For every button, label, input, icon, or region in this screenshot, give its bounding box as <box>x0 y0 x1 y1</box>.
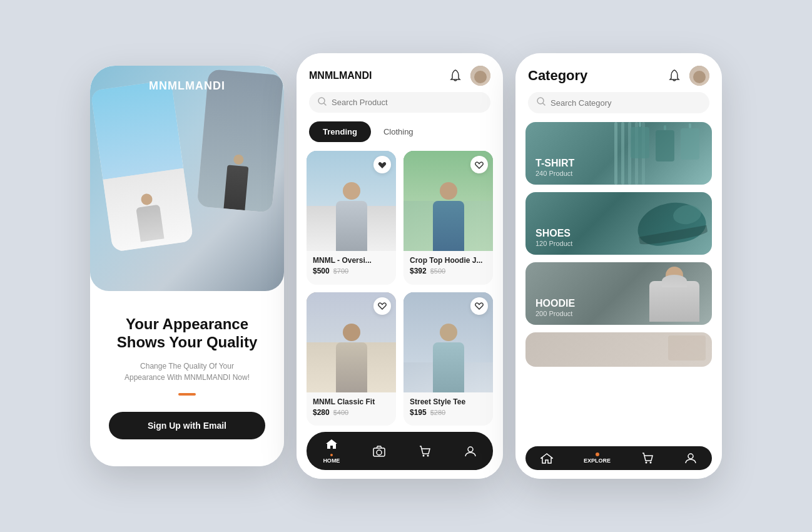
screen1-hero-image: MNMLMANDI <box>90 66 284 291</box>
product2-wishlist-button[interactable] <box>470 156 488 173</box>
product4-info: Street Style Tee $195 $280 <box>403 392 493 423</box>
screen3-user-avatar[interactable] <box>689 66 709 86</box>
inner-phone-left <box>91 79 194 252</box>
screen1-layout: MNMLMANDI <box>90 66 284 466</box>
product1-person <box>336 182 367 251</box>
screen1-indicator-dot <box>178 393 196 396</box>
screen3-cart-icon <box>641 453 654 464</box>
screen3-header-icons <box>666 66 709 86</box>
screen3-nav-home[interactable] <box>540 453 553 464</box>
category-shoes-name: SHOES <box>535 228 572 239</box>
screen1-subtext: Change The Quality Of Your Appearance Wi… <box>124 361 250 383</box>
product1-price-row: $500 $700 <box>313 267 390 275</box>
products-grid: MNML - Oversi... $500 $700 <box>297 151 503 426</box>
screen2-search-bar[interactable] <box>309 92 490 113</box>
screen3-search-icon <box>537 97 546 108</box>
screen3-header: Category <box>515 53 722 92</box>
product3-price: $280 <box>313 408 330 417</box>
categories-list: T-SHIRT 240 Product SHOES <box>515 122 722 441</box>
svg-point-9 <box>645 462 647 464</box>
screen2-tabs: Trending Clothing <box>297 121 503 142</box>
signup-button[interactable]: Sign Up with Email <box>109 412 265 439</box>
screen2-brand: MNMLMANDI <box>309 70 372 81</box>
bell-icon[interactable] <box>447 67 464 84</box>
tab-trending[interactable]: Trending <box>309 121 371 142</box>
nav-home-label: HOME <box>323 458 340 464</box>
product3-info: MNML Classic Fit $280 $400 <box>307 392 396 423</box>
category-card-partial[interactable] <box>525 332 712 367</box>
home-icon <box>325 438 338 456</box>
screen2-search-icon <box>318 97 327 108</box>
profile-icon <box>464 446 477 457</box>
screen3-search-bar[interactable] <box>528 92 709 113</box>
svg-point-4 <box>422 454 424 456</box>
product2-person <box>433 182 464 251</box>
category-tshirt-label: T-SHIRT 240 Product <box>535 158 574 177</box>
product2-price-row: $392 $500 <box>410 267 487 275</box>
screen3-nav-cart[interactable] <box>641 453 654 464</box>
product-card-1[interactable]: MNML - Oversi... $500 $700 <box>307 151 396 285</box>
product4-old-price: $280 <box>430 409 445 416</box>
product-image-4 <box>403 292 493 392</box>
product3-wishlist-button[interactable] <box>373 297 391 315</box>
svg-line-8 <box>543 103 545 105</box>
product3-price-row: $280 $400 <box>313 408 390 417</box>
user-avatar[interactable] <box>470 66 490 86</box>
nav-cart[interactable] <box>419 446 431 457</box>
svg-point-6 <box>468 447 473 452</box>
screen2-header: MNMLMANDI <box>297 53 503 92</box>
svg-point-3 <box>377 450 382 455</box>
svg-line-1 <box>324 103 326 105</box>
screen3-search-input[interactable] <box>551 98 701 108</box>
svg-point-10 <box>649 462 651 464</box>
category-card-hoodie[interactable]: HOODIE 200 Product <box>525 262 712 325</box>
category-hoodie-count: 200 Product <box>535 310 575 317</box>
product4-price: $195 <box>410 408 427 417</box>
screen2-layout: MNMLMANDI <box>297 53 503 479</box>
product4-wishlist-button[interactable] <box>470 297 488 315</box>
category-shoes-label: SHOES 120 Product <box>535 228 572 247</box>
screen1-brand: MNMLMANDI <box>90 79 284 93</box>
product4-name: Street Style Tee <box>410 397 487 406</box>
screen3-nav-profile[interactable] <box>684 453 697 464</box>
screen3-nav-explore[interactable]: EXPLORE <box>584 453 611 464</box>
category-card-shoes[interactable]: SHOES 120 Product <box>525 192 712 255</box>
category-card-tshirt[interactable]: T-SHIRT 240 Product <box>525 122 712 185</box>
camera-icon <box>373 446 385 457</box>
screen2-header-icons <box>447 66 490 86</box>
nav-camera[interactable] <box>373 446 385 457</box>
screen3-bottom-nav: EXPLORE <box>525 446 712 470</box>
nav-profile[interactable] <box>464 446 477 457</box>
nav-home[interactable]: HOME <box>323 438 340 464</box>
screen3-home-icon <box>540 453 553 464</box>
product1-wishlist-button[interactable] <box>373 156 391 173</box>
screen3-explore-label: EXPLORE <box>584 458 611 464</box>
tab-clothing[interactable]: Clothing <box>377 121 420 142</box>
category-shoes-count: 120 Product <box>535 240 572 247</box>
screen1-bottom: Your Appearance Shows Your Quality Chang… <box>90 291 284 466</box>
screen2-search-input[interactable] <box>332 98 482 107</box>
product2-price: $392 <box>410 267 427 275</box>
screen3-layout: Category <box>515 53 722 479</box>
product3-person <box>336 324 367 392</box>
product-card-4[interactable]: Street Style Tee $195 $280 <box>403 292 493 426</box>
product1-price: $500 <box>313 267 330 275</box>
product-card-2[interactable]: Crop Top Hoodie J... $392 $500 <box>403 151 493 285</box>
category-hoodie-label: HOODIE 200 Product <box>535 298 575 317</box>
product2-name: Crop Top Hoodie J... <box>410 256 487 265</box>
category-hoodie-name: HOODIE <box>535 298 575 309</box>
phone-screen-2: MNMLMANDI <box>297 53 503 479</box>
screen3-bell-icon[interactable] <box>666 67 683 84</box>
screen3-profile-icon <box>684 453 697 464</box>
cart-icon <box>419 446 431 457</box>
phone-screen-1: MNMLMANDI <box>90 66 284 466</box>
product-card-3[interactable]: MNML Classic Fit $280 $400 <box>307 292 396 426</box>
product3-name: MNML Classic Fit <box>313 397 390 406</box>
screens-container: MNMLMANDI <box>78 34 734 498</box>
product3-old-price: $400 <box>333 409 348 416</box>
screen1-headline: Your Appearance Shows Your Quality <box>117 315 257 352</box>
product-image-3 <box>307 292 396 392</box>
product2-old-price: $500 <box>430 267 445 275</box>
screen2-bottom-nav: HOME <box>307 432 493 470</box>
product1-name: MNML - Oversi... <box>313 256 390 265</box>
